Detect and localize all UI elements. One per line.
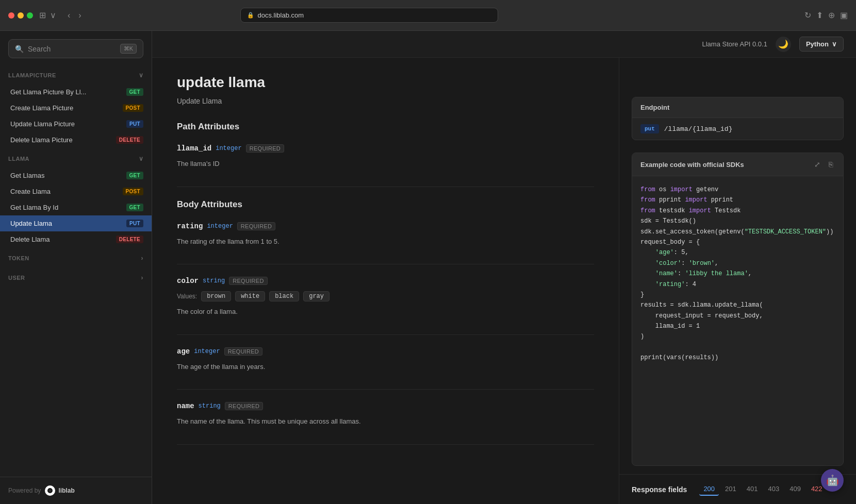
sidebar-section-header-user[interactable]: USER › <box>0 269 152 287</box>
share-button[interactable]: ⬆ <box>816 10 823 20</box>
language-selector[interactable]: Python ∨ <box>799 37 844 52</box>
moon-icon: 🌙 <box>778 39 788 49</box>
method-badge: PUT <box>126 220 143 227</box>
method-badge: GET <box>126 172 143 179</box>
liblab-name: liblab <box>58 487 74 494</box>
code-line: } <box>640 290 835 300</box>
method-badge: GET <box>126 204 143 211</box>
traffic-light-minimize[interactable] <box>18 12 24 19</box>
response-tab-201[interactable]: 201 <box>721 483 740 496</box>
attr-type: integer <box>216 145 241 152</box>
method-badge: PUT <box>126 120 143 128</box>
response-tab-409[interactable]: 409 <box>785 483 805 496</box>
right-panel: Endpoint put /llama/{llama_id} Example c… <box>619 58 856 504</box>
app-container: 🔍 Search ⌘K LLAMAPICTURE ∨ Get Llama Pic… <box>0 31 856 504</box>
sidebar-item-get-llama-picture[interactable]: Get Llama Picture By Ll... GET <box>0 84 152 100</box>
sidebar-item-get-llamas[interactable]: Get Llamas GET <box>0 167 152 183</box>
sidebar-item-delete-llama-picture[interactable]: Delete Llama Picture DELETE <box>0 132 152 148</box>
attribute-block-name: name string REQUIRED The name of the lla… <box>177 402 594 445</box>
sidebar-section-header-llama[interactable]: LLAMA ∨ <box>0 150 152 167</box>
chevron-down-icon: ∨ <box>832 40 837 48</box>
attr-name: color <box>177 277 199 285</box>
new-tab-button[interactable]: ⊕ <box>828 10 835 20</box>
value-badge-brown: brown <box>201 291 231 301</box>
sidebar-section-header-token[interactable]: TOKEN › <box>0 249 152 267</box>
section-label: LLAMAPICTURE <box>8 72 56 78</box>
powered-by-label: Powered by <box>8 487 41 494</box>
code-box-header: Example code with official SDKs ⤢ ⎘ <box>632 153 843 176</box>
sidebar-button[interactable]: ▣ <box>840 10 848 20</box>
response-tab-401[interactable]: 401 <box>743 483 762 496</box>
lock-icon: 🔒 <box>247 12 254 19</box>
browser-actions: ↻ ⬆ ⊕ ▣ <box>804 10 848 20</box>
sidebar-item-update-llama[interactable]: Update Llama PUT <box>0 215 152 231</box>
sidebar: 🔍 Search ⌘K LLAMAPICTURE ∨ Get Llama Pic… <box>0 31 152 504</box>
section-label: TOKEN <box>8 255 29 261</box>
method-badge: GET <box>126 88 143 96</box>
attr-name: rating <box>177 222 203 230</box>
body-attributes-heading: Body Attributes <box>177 199 594 210</box>
code-box-actions: ⤢ ⎘ <box>812 159 835 170</box>
sidebar-item-update-llama-picture[interactable]: Update Llama Picture PUT <box>0 116 152 132</box>
attribute-header: color string REQUIRED <box>177 277 594 285</box>
attribute-header: rating integer REQUIRED <box>177 222 594 230</box>
refresh-button[interactable]: ↻ <box>804 10 811 20</box>
attr-required: REQUIRED <box>225 402 263 410</box>
sidebar-item-create-llama-picture[interactable]: Create Llama Picture POST <box>0 100 152 116</box>
content-with-sidebar: update llama Update Llama Path Attribute… <box>152 58 856 504</box>
address-bar[interactable]: 🔒 docs.liblab.com <box>240 8 498 23</box>
code-line: 'rating': 4 <box>640 279 835 290</box>
attribute-header: llama_id integer REQUIRED <box>177 144 594 153</box>
code-line: pprint(vars(results)) <box>640 352 835 363</box>
theme-toggle-button[interactable]: 🌙 <box>776 37 791 52</box>
endpoint-box: Endpoint put /llama/{llama_id} <box>632 97 844 140</box>
attr-required: REQUIRED <box>237 222 275 230</box>
liblab-logo: liblab <box>45 485 74 496</box>
attr-type: integer <box>194 348 220 355</box>
attribute-header: age integer REQUIRED <box>177 347 594 356</box>
code-line: request_input = request_body, <box>640 311 835 321</box>
response-tab-403[interactable]: 403 <box>764 483 783 496</box>
response-tab-200[interactable]: 200 <box>699 483 719 496</box>
attr-type: string <box>199 402 221 410</box>
section-label: USER <box>8 275 25 281</box>
sidebar-item-delete-llama[interactable]: Delete Llama DELETE <box>0 231 152 247</box>
traffic-light-close[interactable] <box>8 12 14 19</box>
attribute-block-rating: rating integer REQUIRED The rating of th… <box>177 222 594 265</box>
attr-required: REQUIRED <box>246 144 284 153</box>
section-label: LLAMA <box>8 156 29 162</box>
attr-description: The age of the llama in years. <box>177 362 594 372</box>
attr-required: REQUIRED <box>229 277 267 285</box>
tab-grid-icon[interactable]: ⊞ <box>39 10 46 20</box>
sidebar-item-create-llama[interactable]: Create Llama POST <box>0 183 152 199</box>
code-line: sdk.set_access_token(getenv("TESTSDK_ACC… <box>640 227 835 237</box>
chevron-right-icon: › <box>141 255 144 262</box>
attr-description: The llama's ID <box>177 159 594 169</box>
sidebar-section-header-llamapicture[interactable]: LLAMAPICTURE ∨ <box>0 66 152 84</box>
search-box[interactable]: 🔍 Search ⌘K <box>8 39 143 58</box>
endpoint-path: /llama/{llama_id} <box>664 125 733 133</box>
code-line: results = sdk.llama.update_llama( <box>640 300 835 310</box>
attribute-header: name string REQUIRED <box>177 402 594 410</box>
code-line: sdk = Testsdk() <box>640 216 835 226</box>
code-line: llama_id = 1 <box>640 321 835 331</box>
code-content: from os import getenv from pprint import… <box>632 176 843 372</box>
item-label: Get Llama By Id <box>10 204 58 211</box>
expand-button[interactable]: ⤢ <box>812 159 822 170</box>
attribute-block-color: color string REQUIRED Values: brown whit… <box>177 277 594 335</box>
endpoint-content: put /llama/{llama_id} <box>632 118 843 140</box>
code-line: from os import getenv <box>640 184 835 195</box>
sidebar-item-get-llama-by-id[interactable]: Get Llama By Id GET <box>0 199 152 215</box>
back-button[interactable]: ‹ <box>64 10 73 21</box>
attribute-block-llama-id: llama_id integer REQUIRED The llama's ID <box>177 144 594 187</box>
attr-name: name <box>177 402 194 410</box>
copy-button[interactable]: ⎘ <box>827 159 835 170</box>
chatbot-button[interactable]: 🤖 <box>821 469 844 492</box>
attribute-block-age: age integer REQUIRED The age of the llam… <box>177 347 594 390</box>
traffic-light-fullscreen[interactable] <box>27 12 33 19</box>
liblab-logo-icon <box>45 485 55 496</box>
code-line: from testsdk import Testsdk <box>640 206 835 216</box>
response-fields-label: Response fields <box>632 485 687 494</box>
api-version-label: Llama Store API 0.0.1 <box>702 40 767 48</box>
forward-button[interactable]: › <box>75 10 84 21</box>
